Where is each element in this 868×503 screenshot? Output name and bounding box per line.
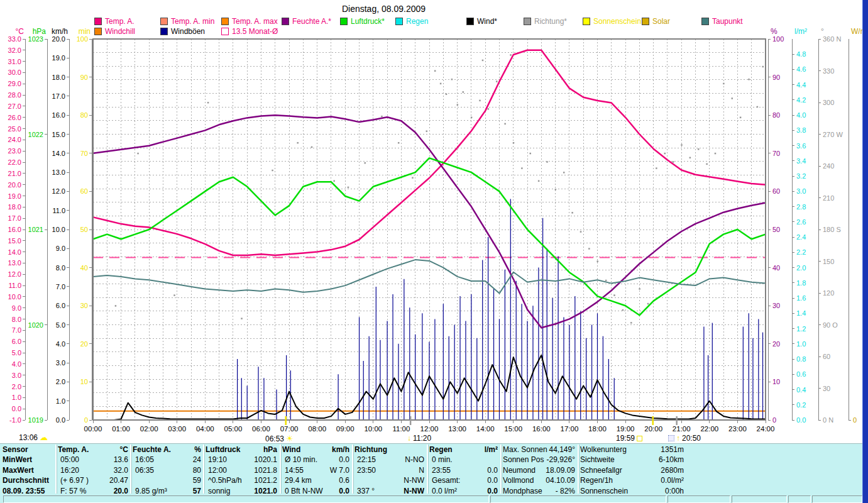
svg-text:0 N: 0 N [823, 416, 833, 424]
table-value: 0.0 [316, 455, 350, 465]
table-divider [55, 445, 57, 494]
table-row-label: Sensor [3, 445, 54, 455]
svg-text:150: 150 [823, 258, 834, 265]
svg-text:70: 70 [80, 150, 88, 157]
table-value: 0.0l/m² [637, 475, 684, 485]
svg-text:19:00: 19:00 [617, 425, 635, 433]
table-divider [427, 445, 428, 494]
svg-text:11:00: 11:00 [392, 425, 410, 433]
svg-text:17.0: 17.0 [8, 214, 21, 222]
svg-text:13:00: 13:00 [448, 425, 466, 433]
svg-text:300: 300 [823, 99, 834, 106]
svg-text:05:00: 05:00 [224, 425, 243, 433]
svg-text:02:00: 02:00 [140, 425, 158, 433]
svg-text:0.6: 0.6 [796, 370, 806, 378]
svg-text:23:00: 23:00 [728, 425, 747, 433]
svg-text:hPa: hPa [33, 27, 47, 36]
svg-text:17.0: 17.0 [52, 92, 65, 100]
svg-text:10: 10 [80, 378, 88, 385]
svg-text:01:00: 01:00 [112, 425, 130, 433]
svg-text:0.8: 0.8 [796, 355, 806, 363]
table-divider [500, 445, 502, 494]
sunrise-sun-icon: ☀ [286, 434, 294, 443]
svg-text:km/h: km/h [52, 27, 68, 36]
svg-text:210: 210 [823, 194, 834, 202]
table-value: 24 [167, 455, 202, 465]
svg-text:16.0: 16.0 [52, 111, 65, 119]
svg-text:6.0: 6.0 [56, 302, 65, 309]
table-value: 1020.1 [241, 455, 277, 465]
svg-text:16:00: 16:00 [532, 425, 551, 433]
svg-text:9.0: 9.0 [56, 245, 65, 252]
svg-text:25.0: 25.0 [8, 125, 21, 133]
table-value: 0.0 [464, 475, 498, 485]
status-segment [667, 495, 730, 503]
svg-text:22:00: 22:00 [700, 425, 718, 433]
svg-text:W/m²: W/m² [851, 27, 863, 36]
table-value: 13.6 [93, 455, 128, 465]
table-value: 57 [167, 486, 202, 496]
svg-text:240: 240 [823, 162, 834, 170]
table-divider [578, 445, 579, 494]
table-col-header: Feuchte A. [133, 445, 173, 455]
sunrise-marker: 06:53☀ [265, 434, 294, 443]
status-segment [490, 495, 666, 503]
svg-text:40: 40 [772, 264, 780, 272]
table-value-label: Regen/1h [580, 475, 644, 485]
table-value: 2680m [637, 465, 684, 475]
svg-text:31.0: 31.0 [8, 58, 21, 65]
table-row-label: MaxWert [3, 465, 54, 475]
weather-app-window: Dienstag, 08.09.2009 Temp. A.Temp. A. mi… [0, 0, 868, 503]
table-divider [203, 445, 204, 494]
solar-note: 13:06☁ [19, 433, 48, 442]
svg-text:21.0: 21.0 [8, 170, 21, 177]
svg-text:0.0: 0.0 [12, 405, 21, 412]
svg-text:15.0: 15.0 [52, 131, 65, 138]
table-value: N-NW [390, 486, 425, 496]
status-segment [788, 495, 811, 503]
svg-text:60: 60 [772, 187, 780, 195]
svg-text:30: 30 [823, 385, 830, 392]
svg-text:07:00: 07:00 [280, 425, 299, 433]
weather-chart-plot[interactable]: 33.032.031.030.029.028.027.026.025.024.0… [0, 0, 863, 443]
sunset-marker: 19:59 [616, 434, 642, 443]
svg-text:5.0: 5.0 [56, 321, 65, 329]
svg-text:1.6: 1.6 [796, 294, 806, 302]
svg-text:1019: 1019 [28, 416, 43, 424]
table-value-label: Vollmond [503, 475, 547, 485]
table-value-label: Sonnen Pos [503, 455, 547, 465]
svg-text:2.4: 2.4 [796, 233, 806, 241]
table-value-label: Max. Sonnen [503, 445, 547, 455]
moonrise-moon-icon [668, 435, 674, 441]
svg-text:30: 30 [772, 302, 780, 309]
svg-text:3.0: 3.0 [12, 372, 21, 379]
svg-text:14.0: 14.0 [8, 248, 21, 256]
table-col-unit: hPa [245, 445, 277, 455]
sun-cloud-icon: ☁ [40, 433, 48, 442]
svg-text:4.8: 4.8 [796, 50, 806, 58]
svg-text:24.0: 24.0 [8, 136, 21, 143]
table-value: 59 [167, 475, 202, 485]
table-value: - 82% [542, 486, 575, 496]
svg-text:15:00: 15:00 [504, 425, 522, 433]
table-row-label: Durchschnitt [3, 475, 54, 485]
table-value: N-NO [390, 455, 425, 465]
table-value: 0.0 [316, 486, 350, 496]
table-col-unit: % [170, 445, 201, 455]
table-value [464, 455, 498, 465]
svg-text:80: 80 [80, 111, 88, 119]
svg-text:30: 30 [80, 302, 88, 309]
table-value-label: Neumond [503, 465, 547, 475]
svg-text:23.0: 23.0 [8, 147, 21, 155]
svg-text:3.6: 3.6 [796, 142, 806, 150]
table-value: 44,149° [542, 445, 575, 455]
svg-text:60: 60 [823, 353, 830, 360]
svg-text:28.0: 28.0 [8, 91, 21, 99]
svg-text:11.0: 11.0 [8, 282, 21, 289]
svg-text:3.2: 3.2 [796, 172, 806, 180]
svg-text:0.4: 0.4 [796, 386, 806, 394]
svg-text:00:00: 00:00 [84, 425, 102, 433]
svg-text:-1.0: -1.0 [9, 416, 21, 424]
svg-text:2.8: 2.8 [796, 203, 806, 211]
sunset-square-icon [637, 436, 642, 441]
